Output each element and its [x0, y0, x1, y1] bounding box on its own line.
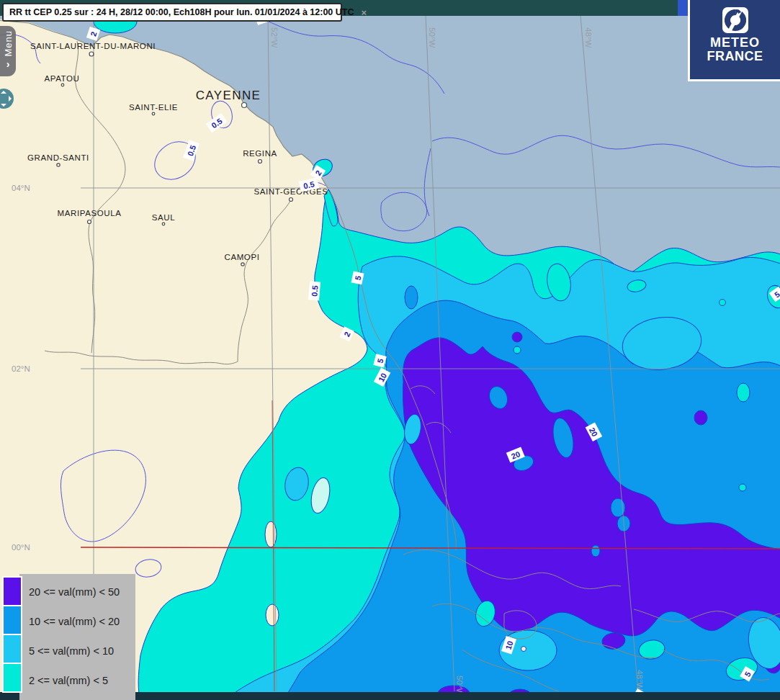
pan-down-icon[interactable]: [1, 104, 6, 107]
place-label: MARIPASOULA: [58, 209, 122, 217]
place-label: REGINA: [243, 149, 277, 158]
legend-row-label: 20 <= val(mm) < 50: [29, 586, 120, 598]
legend-swatches: [2, 576, 22, 693]
place-label: GRAND-SANTI: [27, 153, 89, 162]
legend-swatch-10-20: [4, 606, 21, 634]
lat-label: 00°N: [12, 543, 30, 552]
lon-label: 52°W: [270, 27, 279, 48]
lon-label-bottom: 48°W: [635, 670, 644, 690]
lat-label: 02°N: [12, 364, 30, 373]
place-label: SAINT-LAURENT-DU-MARONI: [30, 42, 156, 50]
pan-up-icon[interactable]: [1, 91, 6, 94]
legend-swatch-20-50: [4, 578, 21, 605]
meteo-france-icon: [722, 7, 748, 33]
legend-row-label: 10 <= val(mm) < 20: [29, 616, 120, 627]
legend-row-label: 2 <= val(mm) < 5: [29, 675, 120, 686]
pan-right-icon[interactable]: [9, 96, 12, 102]
place-label: CAYENNE: [196, 89, 261, 102]
place-label: SAUL: [152, 213, 175, 222]
top-bar-accent: [678, 0, 688, 16]
menu-label: Menu: [3, 30, 14, 57]
meteo-france-logo: METEO FRANCE: [688, 0, 780, 81]
legend-swatch-5-10: [4, 635, 21, 663]
forecast-title: RR tt CEP 0.25 sur : 24 H, 28/12 00:00, …: [9, 7, 354, 17]
legend-row-label: 5 <= val(mm) < 10: [29, 645, 120, 657]
lon-label: 48°W: [584, 27, 593, 48]
legend-swatch-2-5: [4, 664, 21, 691]
menu-tab[interactable]: Menu ›: [0, 26, 16, 76]
place-label: SAINT-ELIE: [129, 103, 178, 112]
lon-label: 50°W: [428, 27, 436, 48]
logo-text-meteo: METEO: [690, 36, 780, 50]
contour-label: 0.5: [310, 285, 319, 297]
weather-map-app: 04°N 02°N 00°N 52°W 50°W 48°W 50°W 48°W …: [0, 0, 780, 700]
precipitation-legend: 20 <= val(mm) < 50 10 <= val(mm) < 20 5 …: [0, 574, 135, 700]
logo-text-france: FRANCE: [690, 50, 780, 63]
place-label: APATOU: [45, 74, 80, 83]
lat-label: 04°N: [12, 184, 30, 192]
forecast-title-bar: RR tt CEP 0.25 sur : 24 H, 28/12 00:00, …: [2, 3, 342, 22]
close-icon[interactable]: ×: [361, 7, 367, 18]
place-label: CAMOPI: [225, 253, 260, 261]
chevron-right-icon: ›: [6, 58, 10, 70]
